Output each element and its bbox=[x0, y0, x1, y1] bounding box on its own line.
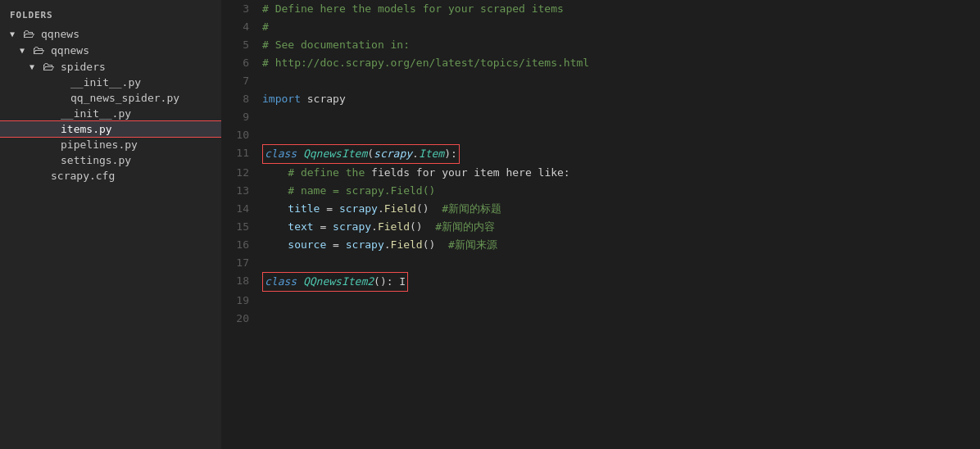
sidebar-item-qqnews-root[interactable]: ▼ 🗁 qqnews bbox=[0, 25, 221, 42]
line-number: 4 bbox=[221, 18, 262, 36]
code-area: 3 # Define here the models for your scra… bbox=[221, 0, 980, 328]
code-line-4: 4 # bbox=[221, 18, 980, 36]
line-content: # See documentation in: bbox=[262, 36, 980, 54]
line-content bbox=[262, 126, 980, 144]
code-line-13: 13 # name = scrapy.Field() bbox=[221, 182, 980, 200]
line-number: 9 bbox=[221, 108, 262, 126]
line-content: class QqnewsItem(scrapy.Item): bbox=[262, 144, 980, 164]
line-number: 11 bbox=[221, 144, 262, 164]
sidebar-item-qq-spider[interactable]: ▶ qq_news_spider.py bbox=[0, 90, 221, 106]
code-line-20: 20 bbox=[221, 310, 980, 328]
line-number: 17 bbox=[221, 254, 262, 272]
sidebar-header: FOLDERS bbox=[0, 3, 221, 25]
code-line-9: 9 bbox=[221, 108, 980, 126]
arrow-icon: ▼ bbox=[10, 29, 23, 39]
code-editor[interactable]: 3 # Define here the models for your scra… bbox=[221, 0, 980, 449]
code-line-16: 16 source = scrapy.Field() #新闻来源 bbox=[221, 236, 980, 254]
line-number: 6 bbox=[221, 54, 262, 72]
line-number: 12 bbox=[221, 164, 262, 182]
file-name: qq_news_spider.py bbox=[70, 92, 179, 104]
line-content bbox=[262, 254, 980, 272]
line-content bbox=[262, 310, 980, 328]
line-content: # Define here the models for your scrape… bbox=[262, 0, 980, 18]
file-name: settings.py bbox=[61, 154, 131, 166]
line-content: title = scrapy.Field() #新闻的标题 bbox=[262, 200, 980, 218]
line-content bbox=[262, 108, 980, 126]
line-content: import scrapy bbox=[262, 90, 980, 108]
sidebar-item-items[interactable]: ▶ items.py bbox=[0, 121, 221, 137]
line-content: text = scrapy.Field() #新闻的内容 bbox=[262, 218, 980, 236]
sidebar-item-settings[interactable]: ▶ settings.py bbox=[0, 152, 221, 168]
line-number: 8 bbox=[221, 90, 262, 108]
line-number: 20 bbox=[221, 310, 262, 328]
code-line-7: 7 bbox=[221, 72, 980, 90]
line-number: 19 bbox=[221, 292, 262, 310]
arrow-icon: ▼ bbox=[20, 46, 33, 55]
sidebar-item-scrapy-cfg[interactable]: ▶ scrapy.cfg bbox=[0, 168, 221, 184]
line-content: # name = scrapy.Field() bbox=[262, 182, 980, 200]
code-line-8: 8 import scrapy bbox=[221, 90, 980, 108]
line-number: 15 bbox=[221, 218, 262, 236]
sidebar-item-init-1[interactable]: ▶ __init__.py bbox=[0, 75, 221, 90]
line-content: # http://doc.scrapy.org/en/latest/topics… bbox=[262, 54, 980, 72]
file-name: scrapy.cfg bbox=[51, 170, 115, 182]
folder-icon: 🗁 bbox=[33, 43, 48, 57]
code-line-3: 3 # Define here the models for your scra… bbox=[221, 0, 980, 18]
folder-name: spiders bbox=[61, 61, 106, 73]
sidebar-item-init-2[interactable]: ▶ __init__.py bbox=[0, 106, 221, 121]
code-line-11: 11 class QqnewsItem(scrapy.Item): bbox=[221, 144, 980, 164]
file-name: __init__.py bbox=[61, 107, 131, 120]
line-content: # bbox=[262, 18, 980, 36]
line-content: source = scrapy.Field() #新闻来源 bbox=[262, 236, 980, 254]
line-number: 14 bbox=[221, 200, 262, 218]
folder-icon: 🗁 bbox=[23, 27, 38, 40]
code-line-17: 17 bbox=[221, 254, 980, 272]
file-name: pipelines.py bbox=[61, 138, 138, 151]
line-content: class QQnewsItem2(): I bbox=[262, 272, 980, 292]
code-line-19: 19 bbox=[221, 292, 980, 310]
sidebar-item-spiders[interactable]: ▼ 🗁 spiders bbox=[0, 58, 221, 75]
code-line-6: 6 # http://doc.scrapy.org/en/latest/topi… bbox=[221, 54, 980, 72]
line-number: 3 bbox=[221, 0, 262, 18]
file-name: items.py bbox=[61, 123, 112, 135]
code-line-5: 5 # See documentation in: bbox=[221, 36, 980, 54]
code-line-18: 18 class QQnewsItem2(): I bbox=[221, 272, 980, 292]
sidebar-item-pipelines[interactable]: ▶ pipelines.py bbox=[0, 137, 221, 152]
line-number: 13 bbox=[221, 182, 262, 200]
code-line-15: 15 text = scrapy.Field() #新闻的内容 bbox=[221, 218, 980, 236]
line-content bbox=[262, 72, 980, 90]
arrow-icon: ▼ bbox=[29, 62, 43, 71]
line-content bbox=[262, 292, 980, 310]
code-line-10: 10 bbox=[221, 126, 980, 144]
folder-icon: 🗁 bbox=[43, 60, 57, 73]
sidebar: FOLDERS ▼ 🗁 qqnews ▼ 🗁 qqnews ▼ 🗁 spider… bbox=[0, 0, 221, 449]
line-content: # define the fields for your item here l… bbox=[262, 164, 980, 182]
code-line-12: 12 # define the fields for your item her… bbox=[221, 164, 980, 182]
file-name: __init__.py bbox=[70, 76, 141, 88]
line-number: 18 bbox=[221, 272, 262, 292]
sidebar-item-qqnews-sub[interactable]: ▼ 🗁 qqnews bbox=[0, 42, 221, 58]
line-number: 16 bbox=[221, 236, 262, 254]
line-number: 10 bbox=[221, 126, 262, 144]
code-line-14: 14 title = scrapy.Field() #新闻的标题 bbox=[221, 200, 980, 218]
line-number: 7 bbox=[221, 72, 262, 90]
folder-name: qqnews bbox=[41, 28, 79, 40]
folder-name: qqnews bbox=[51, 44, 89, 57]
line-number: 5 bbox=[221, 36, 262, 54]
